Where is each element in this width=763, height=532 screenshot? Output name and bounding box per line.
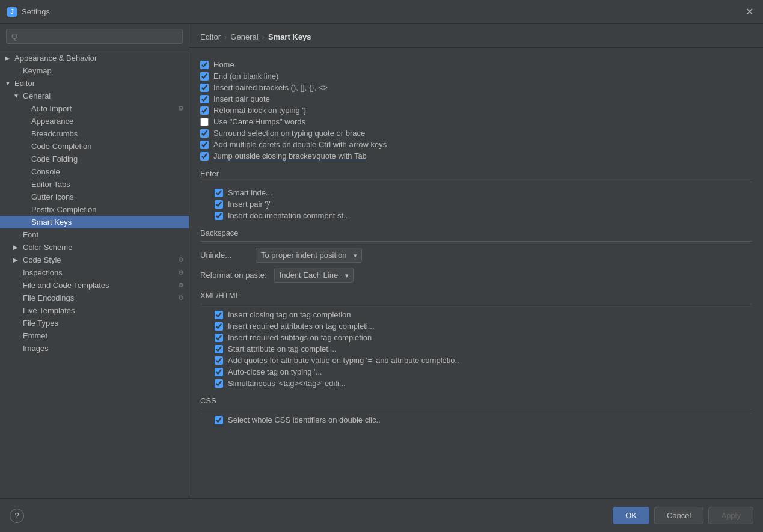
checkbox-camel-humps: Use "CamelHumps" words xyxy=(200,117,752,126)
checkbox-home-input[interactable] xyxy=(200,61,209,69)
sidebar-item-images[interactable]: Images xyxy=(0,342,189,355)
sidebar-item-live-templates[interactable]: Live Templates xyxy=(0,304,189,317)
sidebar-item-label: Code Style xyxy=(23,255,61,264)
checkbox-add-quotes-attr-label: Add quotes for attribute value on typing… xyxy=(228,356,459,365)
sidebar-item-label: File Encodings xyxy=(23,293,74,302)
checkbox-simultaneous-tag: Simultaneous '<tag></tag>' editi... xyxy=(215,379,752,388)
sidebar-item-emmet[interactable]: Emmet xyxy=(0,329,189,342)
checkbox-add-carets-input[interactable] xyxy=(200,141,209,149)
settings-window: J Settings ✕ ▶ Appearance & Behavior Key… xyxy=(0,0,763,532)
sidebar-item-gutter-icons[interactable]: Gutter Icons xyxy=(0,191,189,203)
sidebar-item-inspections[interactable]: Inspections ⚙ xyxy=(0,266,189,279)
checkbox-start-attr-input[interactable] xyxy=(215,345,223,353)
sidebar-item-label: Auto Import xyxy=(31,104,72,113)
sidebar-item-breadcrumbs[interactable]: Breadcrumbs xyxy=(0,127,189,140)
sidebar-tree: ▶ Appearance & Behavior Keymap ▼ Editor … xyxy=(0,49,189,498)
arrow-icon: ▼ xyxy=(5,80,12,87)
checkbox-insert-paired-label: Insert paired brackets (), [], {}, <> xyxy=(213,83,328,92)
sidebar-item-label: Breadcrumbs xyxy=(31,129,78,138)
sidebar-item-label: Code Completion xyxy=(31,142,91,151)
checkbox-insert-required-subtags-input[interactable] xyxy=(215,334,223,342)
checkbox-insert-closing-tag-input[interactable] xyxy=(215,311,223,319)
sidebar-item-code-style[interactable]: ▶ Code Style ⚙ xyxy=(0,254,189,266)
css-divider xyxy=(200,409,752,409)
sidebar-item-general[interactable]: ▼ General xyxy=(0,90,189,102)
sidebar-item-console[interactable]: Console xyxy=(0,165,189,178)
checkbox-home: Home xyxy=(200,60,752,69)
sidebar-item-label: Inspections xyxy=(23,268,63,277)
sidebar-item-code-folding[interactable]: Code Folding xyxy=(0,153,189,165)
breadcrumb: Editor › General › Smart Keys xyxy=(189,24,763,48)
help-button[interactable]: ? xyxy=(10,509,24,523)
settings-icon: ⚙ xyxy=(178,256,184,264)
app-icon: J xyxy=(7,7,17,17)
title-bar: J Settings ✕ xyxy=(0,0,763,24)
action-buttons: OK Cancel Apply xyxy=(613,507,753,524)
checkbox-insert-pair-quote-input[interactable] xyxy=(200,95,209,103)
checkbox-simultaneous-tag-input[interactable] xyxy=(215,379,223,388)
sidebar-item-font[interactable]: Font xyxy=(0,228,189,241)
sidebar-item-postfix-completion[interactable]: Postfix Completion xyxy=(0,203,189,216)
enter-divider xyxy=(200,182,752,182)
sidebar-item-color-scheme[interactable]: ▶ Color Scheme xyxy=(0,241,189,254)
checkbox-smart-indent-input[interactable] xyxy=(215,189,223,197)
checkbox-smart-indent: Smart inde... xyxy=(215,188,752,197)
sidebar-item-label: File and Code Templates xyxy=(23,281,109,290)
checkbox-surround-input[interactable] xyxy=(200,129,209,138)
checkbox-insert-pair-brace-input[interactable] xyxy=(215,200,223,209)
search-box xyxy=(0,24,189,49)
checkbox-select-css-input[interactable] xyxy=(215,416,223,424)
backspace-divider xyxy=(200,241,752,242)
xmlhtml-divider xyxy=(200,304,752,304)
checkbox-insert-doc-comment-input[interactable] xyxy=(215,212,223,220)
checkbox-insert-doc-comment-label: Insert documentation comment st... xyxy=(228,211,350,220)
checkbox-jump-outside-input[interactable] xyxy=(200,152,209,161)
breadcrumb-editor: Editor xyxy=(200,32,221,41)
sidebar-item-code-completion[interactable]: Code Completion xyxy=(0,140,189,153)
sidebar-item-file-types[interactable]: File Types xyxy=(0,317,189,329)
reformat-paste-label: Reformat on paste: xyxy=(200,271,267,280)
checkbox-end-blank-input[interactable] xyxy=(200,72,209,81)
checkbox-auto-close-tag-label: Auto-close tag on typing '... xyxy=(228,367,322,376)
breadcrumb-sep2: › xyxy=(262,32,265,41)
checkbox-camel-humps-input[interactable] xyxy=(200,118,209,126)
ok-button[interactable]: OK xyxy=(613,507,649,524)
reformat-paste-select[interactable]: Indent Each Line Reformat Block None xyxy=(274,268,354,283)
smart-keys-content: Home End (on blank line) Insert paired b… xyxy=(189,48,763,498)
checkbox-add-quotes-attr-input[interactable] xyxy=(215,356,223,365)
close-button[interactable]: ✕ xyxy=(743,4,756,20)
checkbox-add-quotes-attr: Add quotes for attribute value on typing… xyxy=(215,356,752,365)
arrow-icon: ▶ xyxy=(5,55,12,61)
unindent-select[interactable]: To proper indent position To indent colu… xyxy=(256,248,362,263)
checkbox-insert-required-subtags: Insert required subtags on tag completio… xyxy=(215,333,752,342)
arrow-icon: ▶ xyxy=(13,257,20,263)
cancel-button[interactable]: Cancel xyxy=(654,507,703,524)
checkbox-reformat-block-input[interactable] xyxy=(200,106,209,115)
checkbox-insert-required-attrs-label: Insert required attributes on tag comple… xyxy=(228,322,375,331)
sidebar-item-editor-tabs[interactable]: Editor Tabs xyxy=(0,178,189,191)
sidebar-item-appearance-behavior[interactable]: ▶ Appearance & Behavior xyxy=(0,52,189,64)
search-input[interactable] xyxy=(6,29,183,44)
sidebar-item-smart-keys[interactable]: Smart Keys xyxy=(0,216,189,228)
sidebar-item-editor[interactable]: ▼ Editor xyxy=(0,77,189,90)
checkbox-home-label: Home xyxy=(213,60,234,69)
sidebar-item-auto-import[interactable]: Auto Import ⚙ xyxy=(0,102,189,115)
sidebar-item-label: File Types xyxy=(23,319,58,328)
apply-button[interactable]: Apply xyxy=(708,507,753,524)
checkbox-insert-required-attrs-input[interactable] xyxy=(215,322,223,331)
sidebar-item-file-encodings[interactable]: File Encodings ⚙ xyxy=(0,292,189,304)
checkbox-insert-paired: Insert paired brackets (), [], {}, <> xyxy=(200,83,752,92)
checkbox-select-css: Select whole CSS identifiers on double c… xyxy=(215,415,752,424)
checkbox-auto-close-tag-input[interactable] xyxy=(215,368,223,376)
checkbox-surround-label: Surround selection on typing quote or br… xyxy=(213,129,365,138)
main-content: ▶ Appearance & Behavior Keymap ▼ Editor … xyxy=(0,24,763,498)
arrow-icon: ▼ xyxy=(13,93,20,99)
sidebar-item-file-code-templates[interactable]: File and Code Templates ⚙ xyxy=(0,279,189,292)
sidebar-item-keymap[interactable]: Keymap xyxy=(0,64,189,77)
checkbox-add-carets: Add multiple carets on double Ctrl with … xyxy=(200,140,752,149)
checkbox-surround-selection: Surround selection on typing quote or br… xyxy=(200,129,752,138)
checkbox-insert-paired-input[interactable] xyxy=(200,84,209,92)
checkbox-start-attr-label: Start attribute on tag completi... xyxy=(228,344,337,353)
sidebar: ▶ Appearance & Behavior Keymap ▼ Editor … xyxy=(0,24,189,498)
sidebar-item-appearance[interactable]: Appearance xyxy=(0,115,189,127)
